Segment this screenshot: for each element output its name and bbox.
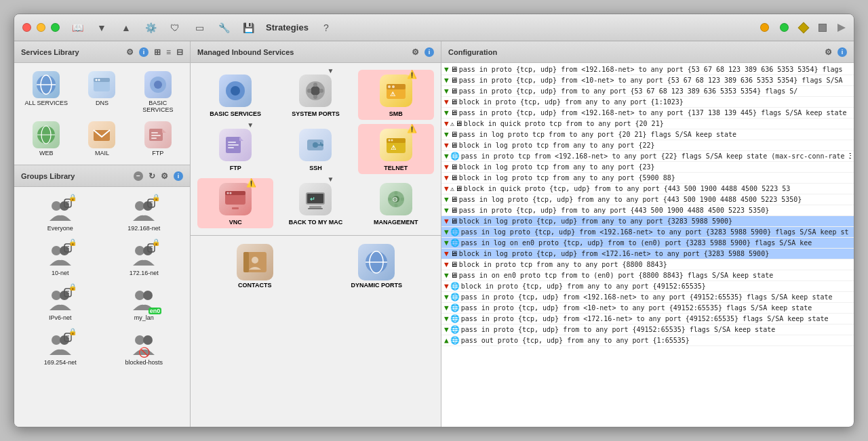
log-type-icon: 🌐 — [450, 282, 460, 291]
svg-point-95 — [400, 198, 403, 201]
log-type-icon: 🌐 — [450, 325, 460, 334]
group-item-192-168[interactable]: 🔒 192.168-net — [104, 192, 185, 234]
log-row[interactable]: ▼ 🖥 pass in on en0 proto tcp from to (en… — [441, 270, 854, 281]
history-icon[interactable]: 📖 — [71, 21, 84, 35]
log-row[interactable]: ▼ 🌐 pass in proto {tcp, udp} from <192.1… — [441, 292, 854, 303]
service-item-basic[interactable]: BASIC SERVICES — [132, 68, 184, 116]
services-info-icon[interactable]: i — [139, 47, 149, 57]
managed-system-ports[interactable]: ▼ SYSTEM PORTS — [277, 70, 353, 120]
svg-rect-17 — [151, 138, 157, 139]
my-lan-icon: en0 — [129, 285, 159, 314]
log-row[interactable]: ▼ 🖥 pass in proto {tcp, udp} from <10-ne… — [441, 75, 854, 86]
up-arrow-icon[interactable]: ▲ — [119, 21, 133, 35]
svg-point-18 — [52, 201, 61, 211]
services-list-icon[interactable]: ≡ — [166, 47, 171, 57]
log-row[interactable]: ▼ 🖥 block in log proto {tcp, udp} from a… — [441, 216, 854, 227]
svg-marker-14 — [162, 129, 166, 133]
log-type-icon: 🖥 — [450, 206, 458, 215]
svg-rect-87 — [308, 208, 323, 209]
groups-library-scroll[interactable]: 🔒 Everyone — [14, 187, 190, 427]
service-item-dns[interactable]: DNS — [75, 68, 128, 116]
log-row[interactable]: ▼ 🖥 block in log proto tcp from any to a… — [441, 162, 854, 173]
managed-vnc[interactable]: ⚠️ VNC — [197, 178, 273, 228]
groups-library-icons: − ↻ ⚙ i — [134, 171, 183, 181]
managed-smb[interactable]: ⚠ ⚠️ SMB — [358, 70, 434, 120]
managed-telnet[interactable]: ⚠ ⚠️ TELNET — [358, 124, 434, 174]
log-type-icon: 🖥 — [450, 87, 458, 96]
log-row[interactable]: ▼ 🖥 pass in proto {tcp, udp} from <192.1… — [441, 108, 854, 119]
service-item-mail[interactable]: MAIL — [75, 119, 128, 159]
managed-ssh-icon-wrap — [297, 127, 334, 163]
managed-ssh[interactable]: SSH — [277, 124, 353, 174]
log-row[interactable]: ▼ 🖥 block in log proto tcp from any to a… — [441, 140, 854, 151]
managed-info-icon[interactable]: i — [425, 47, 434, 57]
groups-minus-icon[interactable]: − — [134, 171, 143, 181]
help-icon[interactable]: ? — [319, 21, 333, 35]
group-item-172-16[interactable]: 🔒 172.16-net — [104, 237, 185, 279]
wrench-icon[interactable]: 🔧 — [217, 21, 231, 35]
fullscreen-button[interactable] — [51, 23, 60, 32]
minimize-button[interactable] — [37, 23, 45, 32]
log-row[interactable]: ▼ 🌐 block in proto {tcp, udp} from any t… — [441, 281, 854, 292]
log-row[interactable]: ▼ 🖥 block in log proto {tcp, udp} from <… — [441, 249, 854, 259]
log-row[interactable]: ▼ 🖥 block in proto {tcp, udp} from any t… — [441, 97, 854, 108]
dynamic-ports-item[interactable]: DYNAMIC PORTS — [318, 241, 436, 291]
group-item-everyone[interactable]: 🔒 Everyone — [20, 192, 101, 234]
managed-management[interactable]: ⚙ MANAGEMENT — [358, 178, 434, 228]
log-row[interactable]: ▲ 🌐 pass out proto {tcp, udp} from any t… — [441, 335, 854, 346]
group-item-blocked-hosts[interactable]: 🚫 blocked-hosts — [104, 327, 185, 369]
group-item-169-254[interactable]: 🔒 169.254-net — [20, 327, 101, 369]
log-row[interactable]: ▼ ⚠️ 🖥 block in quick proto {tcp, udp} f… — [441, 184, 854, 194]
services-gear-icon[interactable]: ⚙ — [126, 47, 134, 57]
log-row[interactable]: ▼ ⚠️ 🖥 block in quick proto tcp from to … — [441, 119, 854, 129]
close-button[interactable] — [22, 23, 31, 32]
managed-back-to-my-mac[interactable]: ▼ ↵ BACK TO MY MAC — [277, 178, 353, 228]
log-text: pass in proto {tcp, udp} from <192.168-n… — [461, 293, 833, 301]
managed-gear-icon[interactable]: ⚙ — [412, 47, 419, 57]
svg-point-53 — [231, 86, 240, 96]
config-info-icon[interactable]: i — [837, 47, 847, 57]
log-row[interactable]: ▼ 🌐 pass in proto {tcp, udp} from <172.1… — [441, 314, 854, 324]
log-row[interactable]: ▼ 🖥 block in log proto tcp from any to a… — [441, 173, 854, 184]
config-log[interactable]: ▼ 🖥 pass in proto {tcp, udp} from <192.1… — [441, 63, 854, 427]
log-row[interactable]: ▼ 🖥 pass in proto {tcp, udp} from to any… — [441, 86, 854, 97]
log-row[interactable]: ▼ 🌐 pass in log on en0 proto {tcp, udp} … — [441, 238, 854, 249]
group-item-10-net[interactable]: 🔒 10-net — [20, 237, 101, 279]
save-icon[interactable]: 💾 — [241, 21, 255, 35]
log-row[interactable]: ▼ 🖥 pass in proto {tcp, udp} from to any… — [441, 205, 854, 216]
group-item-my-lan[interactable]: en0 my_lan — [104, 282, 185, 324]
svg-text:↵: ↵ — [310, 196, 315, 203]
svg-rect-16 — [151, 135, 161, 136]
contacts-dynamic-section: CONTACTS DYNAMIC PORTS — [191, 235, 441, 297]
group-item-ipv6-net[interactable]: 🔒 IPv6-net — [20, 282, 101, 324]
dropdown-arrow-icon[interactable]: ▼ — [95, 21, 108, 35]
log-row[interactable]: ▼ 🖥 pass in log proto {tcp, udp} from an… — [441, 194, 854, 205]
log-row[interactable]: ▼ 🌐 pass in proto {tcp, udp} from to any… — [441, 324, 854, 335]
service-item-web[interactable]: WEB — [20, 119, 73, 159]
left-panel: Services Library ⚙ i ⊞ ≡ ⊟ ALL SERVICES — [14, 41, 191, 427]
log-row[interactable]: ▼ 🖥 pass in proto {tcp, udp} from <192.1… — [441, 64, 854, 75]
log-row[interactable]: ▼ 🖥 pass in log proto tcp from to any po… — [441, 129, 854, 140]
log-text: pass in proto {tcp, udp} from to any por… — [459, 87, 798, 95]
contacts-item[interactable]: CONTACTS — [196, 241, 314, 291]
log-row[interactable]: ▼ 🌐 pass in proto tcp from <192.168-net>… — [441, 151, 854, 162]
config-gear-icon[interactable]: ⚙ — [825, 47, 832, 57]
settings-gear-icon[interactable]: ⚙️ — [144, 21, 157, 35]
log-row[interactable]: ▼ 🌐 pass in log proto {tcp, udp} from <1… — [441, 227, 854, 238]
rect-icon[interactable]: ▭ — [193, 21, 206, 35]
service-item-ftp-left[interactable]: FTP — [132, 119, 184, 159]
managed-ftp[interactable]: ▼ FTP — [197, 124, 273, 174]
log-row[interactable]: ▼ 🖥 block in proto tcp from any to any p… — [441, 259, 854, 270]
status-square — [818, 24, 827, 32]
services-columns-icon[interactable]: ⊟ — [176, 47, 183, 57]
service-item-all-services[interactable]: ALL SERVICES — [20, 68, 73, 116]
services-grid-icon[interactable]: ⊞ — [154, 47, 161, 57]
shield-icon[interactable]: 🛡 — [168, 21, 182, 35]
169-254-label: 169.254-net — [44, 359, 77, 366]
groups-refresh-icon[interactable]: ↻ — [149, 171, 155, 181]
services-grid: ALL SERVICES DNS BASIC SERVICES — [14, 63, 190, 165]
groups-info-icon[interactable]: i — [174, 171, 183, 181]
groups-gear-icon[interactable]: ⚙ — [161, 171, 168, 181]
log-row[interactable]: ▼ 🌐 pass in proto {tcp, udp} from <10-ne… — [441, 303, 854, 314]
managed-basic-services[interactable]: BASIC SERVICES — [197, 70, 273, 120]
